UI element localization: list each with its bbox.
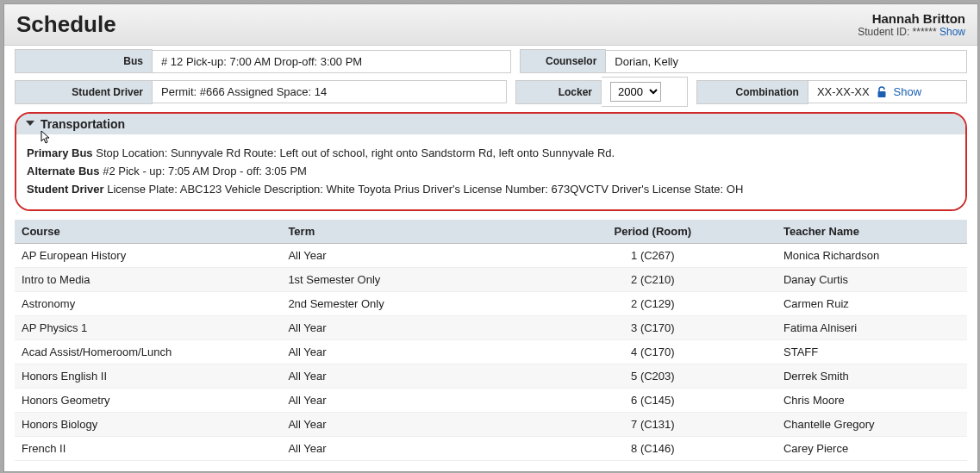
alternate-bus-line: Alternate Bus #2 Pick - up: 7:05 AM Drop…: [27, 165, 955, 177]
combination-value: XX-XX-XX: [817, 85, 870, 98]
locker-field: Locker 2000: [515, 77, 688, 107]
counselor-value: Dorian, Kelly: [606, 50, 967, 73]
counselor-label: Counselor: [520, 49, 606, 73]
locker-select[interactable]: 2000: [610, 82, 661, 102]
page-title: Schedule: [16, 11, 116, 38]
alternate-bus-label: Alternate Bus: [27, 165, 100, 177]
primary-bus-label: Primary Bus: [27, 146, 93, 159]
student-driver-detail-text: License Plate: ABC123 Vehicle Descriptio…: [107, 183, 743, 196]
bus-label: Bus: [15, 49, 153, 73]
cell-course: Acad Assist/Homeroom/Lunch: [15, 340, 281, 364]
student-driver-field: Student Driver Permit: #666 Assigned Spa…: [15, 77, 507, 107]
cell-teacher: Chantelle Gregory: [777, 413, 967, 437]
student-box: Hannah Britton Student ID: ****** Show: [858, 11, 965, 38]
transportation-body: Primary Bus Stop Location: Sunnyvale Rd …: [16, 134, 965, 209]
cell-teacher: Fatima Alniseri: [777, 316, 967, 340]
transportation-title: Transportation: [41, 117, 125, 131]
student-id-value: ******: [913, 26, 937, 38]
table-row[interactable]: Acad Assist/Homeroom/LunchAll Year4 (C17…: [15, 340, 967, 364]
cell-period: 6 (C145): [529, 389, 777, 413]
cell-course: Intro to Media: [15, 268, 281, 292]
cell-period: 1 (C267): [529, 244, 777, 268]
cell-course: Honors Biology: [15, 413, 281, 437]
cell-teacher: Monica Richardson: [777, 244, 967, 268]
svg-rect-0: [877, 91, 885, 97]
cell-course: Astronomy: [15, 292, 281, 316]
student-name: Hannah Britton: [858, 11, 965, 26]
table-row[interactable]: Intro to Media1st Semester Only2 (C210)D…: [15, 268, 967, 292]
cell-term: All Year: [281, 413, 528, 437]
cell-course: Honors English II: [15, 364, 281, 389]
cell-course: French II: [15, 437, 281, 461]
show-combination-link[interactable]: Show: [894, 85, 922, 98]
cell-period: 7 (C131): [529, 413, 777, 437]
col-teacher[interactable]: Teacher Name: [777, 220, 967, 244]
bus-field: Bus # 12 Pick-up: 7:00 AM Drop-off: 3:00…: [15, 49, 511, 73]
table-header-row: Course Term Period (Room) Teacher Name: [15, 220, 967, 244]
info-rows: Bus # 12 Pick-up: 7:00 AM Drop-off: 3:00…: [4, 46, 977, 107]
cell-teacher: Derrek Smith: [777, 364, 967, 389]
counselor-field: Counselor Dorian, Kelly: [520, 49, 967, 73]
show-student-id-link[interactable]: Show: [939, 26, 965, 38]
combination-field: Combination XX-XX-XX Show: [696, 77, 967, 107]
col-term[interactable]: Term: [281, 220, 528, 244]
title-bar: Schedule Hannah Britton Student ID: ****…: [4, 4, 977, 46]
cell-term: 2nd Semester Only: [281, 292, 528, 316]
cell-course: AP Physics 1: [15, 316, 281, 340]
cell-period: 3 (C170): [529, 316, 777, 340]
cell-period: 4 (C170): [529, 340, 777, 364]
locker-value-wrap: 2000: [602, 77, 688, 107]
student-driver-detail-label: Student Driver: [27, 183, 104, 196]
student-id-label: Student ID:: [858, 26, 909, 38]
alternate-bus-text: #2 Pick - up: 7:05 AM Drop - off: 3:05 P…: [103, 165, 307, 177]
cell-term: 1st Semester Only: [281, 268, 528, 292]
schedule-page: Schedule Hannah Britton Student ID: ****…: [3, 3, 978, 472]
student-driver-label: Student Driver: [15, 80, 153, 104]
combination-label: Combination: [696, 80, 808, 104]
primary-bus-line: Primary Bus Stop Location: Sunnyvale Rd …: [27, 146, 955, 159]
unlock-icon: [877, 86, 887, 98]
cell-teacher: Chris Moore: [777, 389, 967, 413]
cell-term: All Year: [281, 364, 528, 389]
table-row[interactable]: AP European HistoryAll Year1 (C267)Monic…: [15, 244, 967, 268]
col-period[interactable]: Period (Room): [529, 220, 777, 244]
cell-term: All Year: [281, 244, 528, 268]
bus-value: # 12 Pick-up: 7:00 AM Drop-off: 3:00 PM: [153, 50, 511, 73]
primary-bus-text: Stop Location: Sunnyvale Rd Route: Left …: [96, 146, 615, 159]
cell-period: 2 (C129): [529, 292, 777, 316]
cell-course: Honors Geometry: [15, 389, 281, 413]
cell-term: All Year: [281, 316, 528, 340]
cell-term: All Year: [281, 437, 528, 461]
transportation-header[interactable]: Transportation: [16, 114, 965, 134]
student-driver-value: Permit: #666 Assigned Space: 14: [153, 80, 507, 103]
col-course[interactable]: Course: [15, 220, 281, 244]
cell-course: AP European History: [15, 244, 281, 268]
table-row[interactable]: AP Physics 1All Year3 (C170)Fatima Alnis…: [15, 316, 967, 340]
student-id-line: Student ID: ****** Show: [858, 26, 965, 38]
cell-teacher: STAFF: [777, 340, 967, 364]
cell-teacher: Danay Curtis: [777, 268, 967, 292]
cell-term: All Year: [281, 389, 528, 413]
cell-teacher: Carey Pierce: [777, 437, 967, 461]
cell-teacher: Carmen Ruiz: [777, 292, 967, 316]
table-row[interactable]: Honors BiologyAll Year7 (C131)Chantelle …: [15, 413, 967, 437]
transportation-panel: Transportation Primary Bus Stop Location…: [15, 112, 967, 211]
locker-label: Locker: [515, 80, 602, 104]
table-row[interactable]: Astronomy2nd Semester Only2 (C129)Carmen…: [15, 292, 967, 316]
cell-period: 2 (C210): [529, 268, 777, 292]
cell-period: 5 (C203): [529, 364, 777, 389]
chevron-down-icon[interactable]: [25, 118, 35, 131]
table-row[interactable]: French IIAll Year8 (C146)Carey Pierce: [15, 437, 967, 461]
table-row[interactable]: Honors English IIAll Year5 (C203)Derrek …: [15, 364, 967, 389]
student-driver-line: Student Driver License Plate: ABC123 Veh…: [27, 183, 955, 196]
cell-period: 8 (C146): [529, 437, 777, 461]
schedule-table: Course Term Period (Room) Teacher Name A…: [15, 220, 967, 461]
cell-term: All Year: [281, 340, 528, 364]
combination-value-wrap: XX-XX-XX Show: [808, 80, 967, 103]
table-row[interactable]: Honors GeometryAll Year6 (C145)Chris Moo…: [15, 389, 967, 413]
